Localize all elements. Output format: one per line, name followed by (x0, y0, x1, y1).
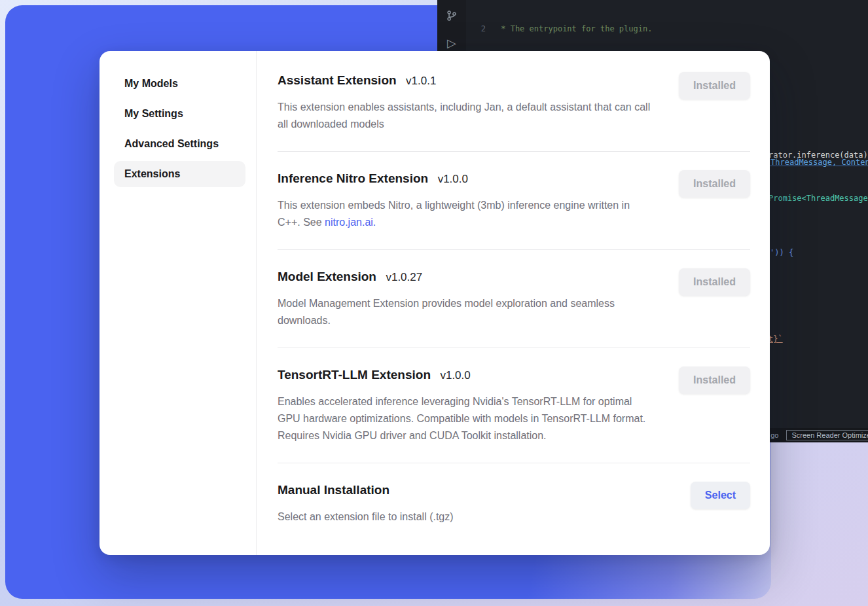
installed-button[interactable]: Installed (679, 170, 750, 198)
installed-button[interactable]: Installed (679, 268, 750, 296)
settings-modal: My Models My Settings Advanced Settings … (99, 51, 770, 555)
extension-list: Assistant Extension v1.0.1 This extensio… (257, 51, 770, 555)
extension-section-model: Model Extension v1.0.27 Model Management… (278, 250, 750, 348)
manual-installation-title: Manual Installation (278, 483, 389, 497)
code-fragment: rator.inference(data)); (769, 151, 868, 160)
extension-title: Model Extension (278, 270, 376, 283)
extension-description: This extension enables assistants, inclu… (278, 99, 654, 133)
extension-title: Inference Nitro Extension (278, 171, 428, 185)
screen-reader-badge: Screen Reader Optimized (786, 430, 868, 440)
installed-button[interactable]: Installed (679, 366, 750, 394)
code-fragment: ')) { (770, 248, 793, 257)
extension-title: Assistant Extension (278, 73, 397, 87)
code-fragment: Promise<ThreadMessage= (769, 194, 868, 203)
extension-version: v1.0.1 (406, 75, 436, 87)
manual-installation-section: Manual Installation Select an extension … (278, 463, 750, 544)
extension-title: TensortRT-LLM Extension (278, 368, 431, 382)
status-item-go: go (770, 431, 778, 439)
extension-description: Enables accelerated inference leveraging… (278, 393, 654, 444)
sidebar-item-advanced-settings[interactable]: Advanced Settings (114, 131, 245, 157)
sidebar-item-my-models[interactable]: My Models (114, 71, 245, 97)
select-button[interactable]: Select (691, 482, 750, 509)
sidebar-item-my-settings[interactable]: My Settings (114, 101, 245, 127)
extension-description: Model Management Extension provides mode… (278, 295, 654, 329)
run-debug-icon: ▷ (445, 37, 458, 50)
manual-installation-description: Select an extension file to install (.tg… (278, 508, 454, 526)
extension-section-nitro: Inference Nitro Extension v1.0.0 This ex… (278, 152, 750, 250)
extension-section-assistant: Assistant Extension v1.0.1 This extensio… (278, 72, 750, 152)
extension-version: v1.0.0 (438, 173, 468, 185)
git-branch-icon (445, 9, 458, 22)
extension-version: v1.0.27 (386, 271, 422, 283)
nitro-jan-ai-link[interactable]: nitro.jan.ai. (325, 217, 376, 228)
line-number: 2 (466, 24, 486, 35)
extension-description: This extension embeds Nitro, a lightweig… (278, 197, 654, 231)
code-fragment: t}` (769, 334, 783, 344)
sidebar-item-extensions[interactable]: Extensions (114, 161, 245, 187)
extension-section-tensorrt: TensortRT-LLM Extension v1.0.0 Enables a… (278, 348, 750, 463)
settings-sidebar: My Models My Settings Advanced Settings … (99, 51, 257, 555)
code-comment: * The entrypoint for the plugin. (486, 24, 652, 35)
installed-button[interactable]: Installed (679, 72, 750, 99)
extension-version: v1.0.0 (440, 369, 470, 382)
code-line: 2 * The entrypoint for the plugin. (466, 24, 868, 35)
page-background: ▷ 2 * The entrypoint for the plugin. 3 *… (0, 0, 868, 606)
